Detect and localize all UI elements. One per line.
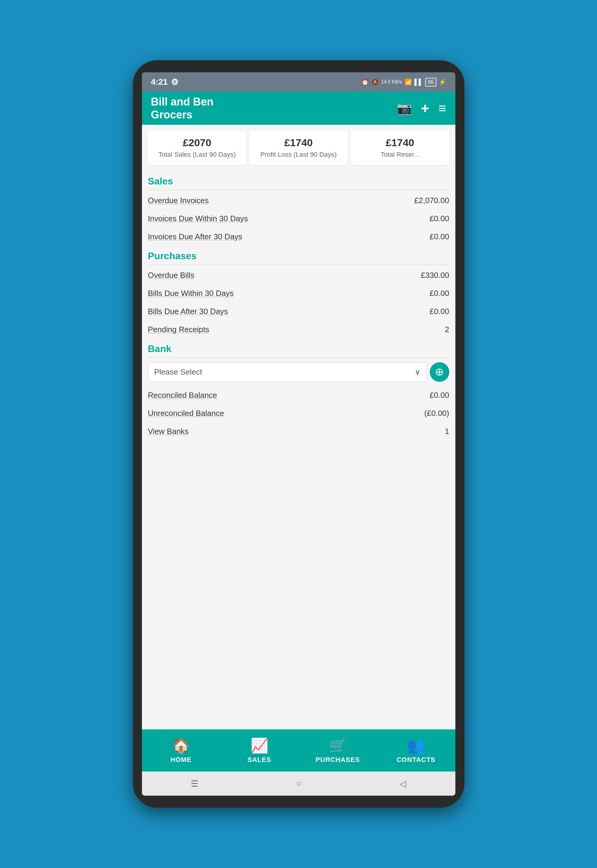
unreconciled-balance-value: (£0.00) [424, 409, 449, 418]
app-title: Bill and Ben Grocers [151, 95, 214, 121]
title-line2: Grocers [151, 108, 193, 121]
android-menu-icon[interactable]: ☰ [191, 779, 198, 789]
summary-card-reserve: £1740 Total Reser... [351, 131, 449, 165]
charging-icon: ⚡ [439, 79, 446, 86]
total-sales-label: Total Sales (Last 90 Days) [153, 150, 242, 159]
nav-purchases-label: PURCHASES [316, 756, 360, 764]
view-banks-value: 1 [445, 427, 449, 436]
nav-sales-label: SALES [247, 756, 271, 764]
nav-contacts[interactable]: 👥 CONTACTS [377, 737, 455, 764]
summary-card-profit: £1740 Profit Loss (Last 90 Days) [249, 131, 348, 165]
status-icons: ⏰ 🔕 14.0 KB/s 📶 ▌▌ 86 ⚡ [361, 78, 446, 86]
home-icon: 🏠 [172, 737, 190, 754]
status-bar: 4:21 ⚙ ⏰ 🔕 14.0 KB/s 📶 ▌▌ 86 ⚡ [142, 72, 455, 92]
bills-after-30-row[interactable]: Bills Due After 30 Days £0.00 [148, 303, 449, 320]
sales-section: Sales Overdue Invoices £2,070.00 Invoice… [148, 171, 449, 246]
total-reserve-label: Total Reser... [355, 150, 445, 159]
nav-home-label: HOME [171, 756, 192, 764]
unreconciled-balance-row[interactable]: Unreconciled Balance (£0.00) [148, 405, 449, 423]
sales-icon: 📈 [250, 737, 269, 754]
overdue-bills-row[interactable]: Overdue Bills £330.00 [148, 266, 449, 285]
bills-after-30-label: Bills Due After 30 Days [148, 307, 228, 316]
bank-select-label: Please Select [154, 367, 202, 377]
menu-icon[interactable]: ≡ [438, 101, 446, 116]
total-reserve-amount: £1740 [355, 137, 445, 148]
pending-receipts-label: Pending Receipts [148, 325, 209, 334]
nav-contacts-label: CONTACTS [397, 756, 435, 764]
purchases-section-title: Purchases [148, 246, 449, 265]
invoices-within-30-label: Invoices Due Within 30 Days [148, 214, 248, 223]
contacts-icon: 👥 [407, 737, 425, 754]
bank-section-title: Bank [148, 339, 449, 358]
unreconciled-balance-label: Unreconciled Balance [148, 409, 224, 418]
main-content: £2070 Total Sales (Last 90 Days) £1740 P… [142, 125, 455, 729]
nav-home[interactable]: 🏠 HOME [142, 737, 220, 764]
invoices-after-30-value: £0.00 [429, 232, 449, 242]
bank-add-button[interactable]: ⊕ [430, 362, 449, 382]
profit-loss-amount: £1740 [254, 137, 343, 148]
purchases-section: Purchases Overdue Bills £330.00 Bills Du… [148, 246, 449, 339]
invoices-within-30-value: £0.00 [429, 214, 449, 223]
overdue-invoices-row[interactable]: Overdue Invoices £2,070.00 [148, 192, 449, 210]
android-nav: ☰ ○ ◁ [142, 772, 455, 796]
title-line1: Bill and Ben [151, 95, 214, 108]
overdue-invoices-value: £2,070.00 [414, 196, 449, 205]
bank-dropdown[interactable]: Please Select ∨ [148, 362, 427, 382]
bills-within-30-label: Bills Due Within 30 Days [148, 289, 234, 298]
profit-loss-label: Profit Loss (Last 90 Days) [254, 150, 343, 159]
tablet-device: 4:21 ⚙ ⏰ 🔕 14.0 KB/s 📶 ▌▌ 86 ⚡ Bill and … [133, 60, 465, 808]
bottom-nav: 🏠 HOME 📈 SALES 🛒 PURCHASES 👥 CONTACTS [142, 729, 455, 772]
view-banks-label: View Banks [148, 427, 189, 436]
tablet-screen: 4:21 ⚙ ⏰ 🔕 14.0 KB/s 📶 ▌▌ 86 ⚡ Bill and … [142, 72, 455, 796]
summary-card-sales: £2070 Total Sales (Last 90 Days) [148, 131, 247, 165]
app-header: Bill and Ben Grocers 📷 + ≡ [142, 92, 455, 125]
bills-after-30-value: £0.00 [429, 307, 449, 316]
android-home-icon[interactable]: ○ [297, 779, 301, 788]
alarm-icon: ⏰ [361, 79, 369, 86]
bills-within-30-value: £0.00 [429, 289, 449, 298]
camera-icon[interactable]: 📷 [397, 101, 412, 116]
time-display: 4:21 [151, 77, 168, 87]
total-sales-amount: £2070 [153, 137, 242, 148]
sales-section-title: Sales [148, 171, 449, 190]
header-icons: 📷 + ≡ [397, 100, 446, 117]
overdue-bills-label: Overdue Bills [148, 271, 195, 280]
reconciled-balance-value: £0.00 [429, 390, 449, 400]
invoices-after-30-row[interactable]: Invoices Due After 30 Days £0.00 [148, 228, 449, 246]
reconciled-balance-label: Reconciled Balance [148, 390, 217, 400]
purchases-icon: 🛒 [329, 737, 347, 754]
bank-section: Bank Please Select ∨ ⊕ Reconciled Balanc… [148, 339, 449, 441]
overdue-bills-value: £330.00 [421, 271, 449, 280]
speed-indicator: 14.0 KB/s [381, 79, 402, 85]
overdue-invoices-label: Overdue Invoices [148, 196, 209, 205]
summary-cards: £2070 Total Sales (Last 90 Days) £1740 P… [148, 131, 449, 165]
invoices-within-30-row[interactable]: Invoices Due Within 30 Days £0.00 [148, 210, 449, 228]
view-banks-row[interactable]: View Banks 1 [148, 423, 449, 441]
sound-icon: 🔕 [371, 79, 379, 86]
pending-receipts-value: 2 [445, 325, 449, 334]
nav-purchases[interactable]: 🛒 PURCHASES [298, 737, 377, 764]
status-time: 4:21 ⚙ [151, 77, 178, 87]
sync-icon: ⚙ [171, 77, 178, 87]
chevron-down-icon: ∨ [415, 367, 420, 377]
pending-receipts-row[interactable]: Pending Receipts 2 [148, 320, 449, 339]
bank-select-row: Please Select ∨ ⊕ [148, 362, 449, 382]
plus-icon: ⊕ [435, 366, 444, 378]
nav-sales[interactable]: 📈 SALES [220, 737, 298, 764]
add-button[interactable]: + [421, 100, 429, 117]
wifi-icon: 📶 [404, 79, 412, 86]
reconciled-balance-row[interactable]: Reconciled Balance £0.00 [148, 386, 449, 405]
battery-indicator: 86 [425, 78, 436, 86]
invoices-after-30-label: Invoices Due After 30 Days [148, 232, 243, 242]
android-back-icon[interactable]: ◁ [399, 779, 406, 789]
bills-within-30-row[interactable]: Bills Due Within 30 Days £0.00 [148, 285, 449, 303]
signal-icon: ▌▌ [414, 79, 423, 86]
